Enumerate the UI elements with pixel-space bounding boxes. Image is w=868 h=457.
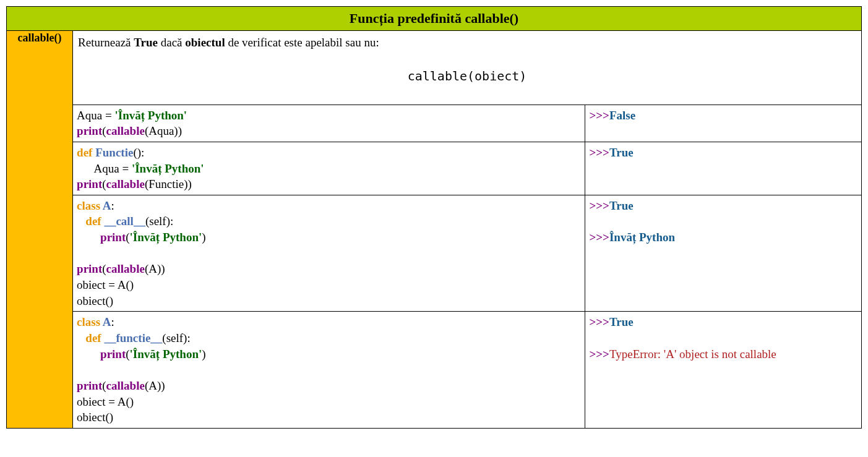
output-example-4: >>>True >>>TypeError: 'A' object is not … bbox=[585, 312, 862, 428]
output-example-2: >>>True bbox=[585, 142, 862, 195]
code-example-2: def Functie(): Aqua = 'Învăț Python' pri… bbox=[73, 142, 585, 195]
output-example-1: >>>False bbox=[585, 105, 862, 142]
table-header: Funcția predefinită callable() bbox=[7, 7, 862, 31]
code-example-3: class A: def __call__(self): print('Învă… bbox=[73, 195, 585, 311]
code-example-4: class A: def __functie__(self): print('Î… bbox=[73, 312, 585, 428]
header-title: Funcția predefinită callable() bbox=[350, 11, 518, 26]
description-cell: Returnează True dacă obiectul de verific… bbox=[73, 31, 862, 105]
code-example-1: Aqua = 'Învăț Python' print(callable(Aqu… bbox=[73, 105, 585, 142]
callable-doc-table: Funcția predefinită callable() callable(… bbox=[6, 6, 862, 429]
row-label: callable() bbox=[7, 31, 73, 429]
output-example-3: >>>True >>>Învăț Python bbox=[585, 195, 862, 311]
signature: callable(obiect) bbox=[78, 68, 856, 85]
